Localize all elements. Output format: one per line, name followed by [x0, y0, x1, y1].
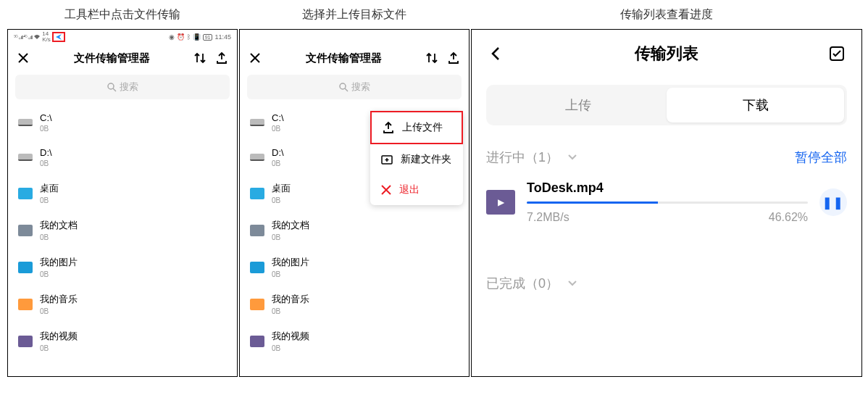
upload-file-menu-item[interactable]: 上传文件 [370, 111, 463, 144]
caption-2: 选择并上传目标文件 [239, 7, 470, 23]
folder-icon [18, 188, 33, 199]
file-item[interactable]: 我的文档0B [247, 212, 462, 249]
folder-icon [250, 188, 264, 199]
tab-upload[interactable]: 上传 [489, 88, 667, 122]
file-name: C:\ [40, 112, 52, 123]
eye-icon: ◉ [169, 33, 175, 41]
upload-icon[interactable] [214, 50, 230, 66]
file-name: 我的视频 [40, 330, 78, 343]
folder-icon [18, 262, 33, 273]
file-transfer-toolbar-icon[interactable] [52, 32, 65, 42]
file-name: D:\ [40, 147, 52, 158]
vibrate-icon: 📳 [193, 33, 201, 41]
new-folder-menu-item[interactable]: 新建文件夹 [370, 144, 463, 175]
file-size: 0B [40, 270, 78, 278]
back-icon[interactable] [486, 43, 506, 64]
file-size: 0B [40, 307, 78, 315]
sort-icon[interactable] [424, 50, 440, 66]
upload-icon[interactable] [446, 50, 462, 66]
file-name: 桌面 [40, 182, 59, 195]
pause-button[interactable]: ❚❚ [819, 188, 847, 216]
fm-title: 文件传输管理器 [37, 51, 186, 65]
search-placeholder: 搜索 [120, 80, 138, 94]
file-name: 我的音乐 [40, 293, 78, 306]
tab-download[interactable]: 下载 [667, 88, 844, 122]
file-size: 0B [40, 233, 78, 241]
drive-icon [18, 119, 33, 126]
folder-icon [250, 299, 264, 310]
progress-fill [527, 202, 658, 204]
file-size: 0B [272, 125, 284, 133]
chevron-down-icon [567, 280, 577, 287]
file-item[interactable]: C:\0B [15, 105, 230, 140]
battery-icon: 91 [203, 34, 213, 41]
fm-header: 文件传输管理器 [8, 44, 237, 72]
menu-label: 新建文件夹 [401, 153, 451, 166]
file-item[interactable]: D:\0B [15, 140, 230, 175]
transfer-title: 传输列表 [635, 43, 698, 65]
file-name: 桌面 [272, 182, 291, 195]
close-icon [380, 184, 392, 196]
folder-icon [250, 336, 264, 347]
fm-title: 文件传输管理器 [269, 51, 418, 65]
phone-screen-3: 传输列表 上传 下载 进行中（1） 暂停全部 [471, 29, 862, 377]
file-item[interactable]: 我的视频0B [247, 323, 462, 360]
fm-header: 文件传输管理器 [240, 44, 469, 72]
file-item[interactable]: 我的文档0B [15, 212, 230, 249]
folder-icon [250, 225, 264, 236]
net-speed: 14K/s [42, 31, 51, 43]
file-item[interactable]: 我的视频0B [15, 323, 230, 360]
alarm-icon: ⏰ [177, 33, 185, 41]
file-item[interactable]: 桌面0B [15, 175, 230, 212]
file-item[interactable]: 我的图片0B [15, 249, 230, 286]
video-file-icon [486, 190, 515, 215]
folder-icon [18, 336, 33, 347]
file-item[interactable]: 我的图片0B [247, 249, 462, 286]
new-folder-icon [380, 153, 393, 166]
file-name: 我的图片 [40, 256, 78, 269]
file-size: 0B [272, 344, 309, 352]
progress-bar [527, 202, 808, 204]
transfer-item: ToDesk.mp4 7.2MB/s 46.62% ❚❚ [472, 175, 861, 238]
transfer-speed: 7.2MB/s [527, 211, 569, 224]
svg-point-1 [340, 83, 346, 89]
file-size: 0B [40, 196, 59, 204]
in-progress-section: 进行中（1） 暂停全部 [472, 131, 861, 175]
transfer-percent: 46.62% [769, 211, 808, 224]
select-all-icon[interactable] [827, 43, 847, 64]
caption-3: 传输列表查看进度 [471, 7, 862, 23]
drive-icon [250, 154, 264, 161]
phone-screen-1: ⁵ᴳ ₊ıll ⁴ᴳ ₊ıll 14K/s ◉ ⏰ ᛒ 📳 91 11:45 [7, 29, 238, 377]
search-placeholder: 搜索 [351, 80, 370, 94]
in-progress-header[interactable]: 进行中（1） [486, 149, 577, 166]
file-item[interactable]: 我的音乐0B [15, 286, 230, 323]
pause-all-button[interactable]: 暂停全部 [795, 149, 847, 166]
search-input[interactable]: 搜索 [15, 75, 230, 99]
file-size: 0B [40, 125, 52, 133]
file-size: 0B [272, 233, 309, 241]
wifi-icon [33, 34, 41, 40]
close-icon[interactable] [247, 50, 263, 66]
svg-point-0 [108, 83, 114, 89]
signal-icon: ⁵ᴳ ₊ıll ⁴ᴳ ₊ıll [14, 34, 32, 41]
file-size: 0B [40, 344, 78, 352]
status-time: 11:45 [214, 33, 231, 41]
file-name: D:\ [272, 147, 284, 158]
phone-screen-2: 文件传输管理器 搜索 C:\0BD:\0B桌面0B我的文档0B我的图片0B我的音… [239, 29, 470, 377]
completed-section[interactable]: 已完成（0） [472, 238, 861, 301]
file-size: 0B [40, 159, 52, 167]
bluetooth-icon: ᛒ [187, 33, 191, 41]
upload-icon [382, 121, 395, 134]
file-size: 0B [272, 159, 284, 167]
drive-icon [18, 154, 33, 161]
close-icon[interactable] [15, 50, 31, 66]
exit-menu-item[interactable]: 退出 [370, 175, 463, 205]
menu-label: 退出 [399, 183, 420, 196]
file-name: C:\ [272, 112, 284, 123]
search-input[interactable]: 搜索 [247, 75, 462, 99]
sort-icon[interactable] [192, 50, 208, 66]
file-name: 我的音乐 [272, 293, 309, 306]
search-icon [107, 82, 117, 92]
file-name: 我的文档 [40, 219, 78, 232]
file-item[interactable]: 我的音乐0B [247, 286, 462, 323]
